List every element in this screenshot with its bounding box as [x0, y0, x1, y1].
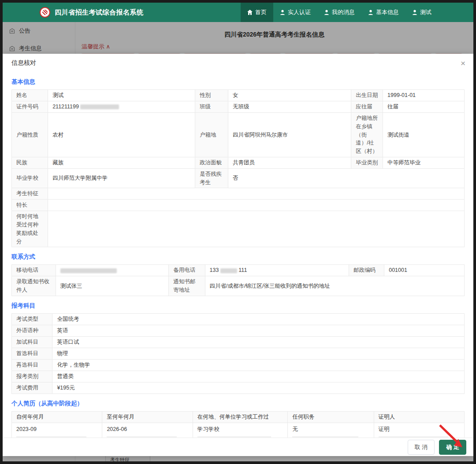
resume-cell: 学习学校: [197, 424, 271, 437]
nav-item-realname[interactable]: 实人认证: [273, 3, 317, 22]
confirm-button[interactable]: 确 定: [439, 440, 466, 455]
table-row: 考试费用¥195元: [12, 382, 465, 393]
nav-item-home[interactable]: 首页: [241, 3, 273, 22]
table-row: 录取通知书收件人 测试张三 通知书邮寄地址 四川省/成都市/锦江区/张三能收到的…: [12, 276, 465, 296]
table-row: 特长: [12, 200, 465, 211]
app-logo-icon: [40, 7, 50, 18]
section-heading-contact: 联系方式: [11, 253, 465, 261]
contact-table: 移动电话 备用电话 133 111 邮政编码 001001 录取通知书收件人 测…: [11, 264, 465, 296]
app-header: 四川省招生考试综合报名系统 首页 实人认证 我的消息 基本信息 测试: [3, 3, 473, 22]
home-icon: [247, 10, 253, 15]
user-icon: [280, 10, 285, 15]
brand: 四川省招生考试综合报名系统: [40, 7, 144, 18]
redacted-mobile: [60, 268, 117, 273]
subjects-table: 考试类型全国统考 外语语种英语 加试科目英语口试 首选科目物理 再选科目化学，生…: [11, 313, 465, 394]
main-nav: 首页 实人认证 我的消息 基本信息 测试: [241, 3, 438, 22]
resume-cell: 2026-06: [107, 424, 177, 437]
basic-info-table: 姓名测试 性别女 出生日期1999-01-01 证件号码 211211199 班…: [11, 89, 465, 247]
resume-table: 自何年何月 至何年何月 在何地、何单位学习或工作过 任何职务 证明人 2023-…: [11, 411, 465, 438]
table-row: 何时何地受过何种奖励或处分: [12, 211, 465, 247]
cancel-button[interactable]: 取 消: [408, 440, 435, 455]
table-row: 民族藏族 政治面貌共青团员 毕业类别中等师范毕业: [12, 157, 465, 168]
table-row: 移动电话 备用电话 133 111 邮政编码 001001: [12, 265, 465, 276]
user-icon: [368, 10, 373, 15]
app-title: 四川省招生考试综合报名系统: [55, 8, 144, 17]
close-icon[interactable]: ×: [461, 59, 465, 67]
table-row: 外语语种英语: [12, 325, 465, 336]
table-row: 报考类别普通类: [12, 371, 465, 382]
section-heading-basic: 基本信息: [11, 78, 465, 86]
nav-item-basic-info[interactable]: 基本信息: [361, 3, 405, 22]
table-row: 考试类型全国统考: [12, 313, 465, 325]
user-icon: [412, 10, 417, 15]
table-row: 证件号码 211211199 班级无班级 应往届往届: [12, 101, 465, 113]
table-row: 首选科目物理: [12, 348, 465, 359]
table-row: 考生特征: [12, 188, 465, 200]
table-header-row: 自何年何月 至何年何月 在何地、何单位学习或工作过 任何职务 证明人: [12, 411, 465, 423]
modal-footer: 取 消 确 定: [3, 438, 473, 456]
table-row: 加试科目英语口试: [12, 336, 465, 348]
resume-cell: 证明: [379, 424, 449, 437]
table-row: 姓名测试 性别女 出生日期1999-01-01: [12, 90, 465, 101]
modal-body: 基本信息 姓名测试 性别女 出生日期1999-01-01 证件号码 211211…: [3, 72, 473, 438]
redacted-id: [80, 104, 119, 109]
nav-item-test[interactable]: 测试: [405, 3, 438, 22]
table-row: 户籍性质农村 户籍地四川省阿坝州马尔康市 户籍地所在乡镇（街道）/社区（村）测试…: [12, 113, 465, 157]
modal-header: 信息核对 ×: [3, 54, 473, 72]
resume-cell: 无: [292, 424, 358, 437]
section-heading-subjects: 报考科目: [11, 302, 465, 310]
modal-title: 信息核对: [11, 59, 36, 67]
redacted-backup: [220, 268, 237, 273]
nav-item-messages[interactable]: 我的消息: [317, 3, 361, 22]
screen: 四川省招生考试综合报名系统 首页 实人认证 我的消息 基本信息 测试: [0, 0, 476, 464]
section-heading-resume: 个人简历（从高中阶段起）: [11, 400, 465, 408]
user-icon: [324, 10, 329, 15]
info-check-modal: 信息核对 × 基本信息 姓名测试 性别女 出生日期1999-01-01 证件号码…: [3, 54, 473, 456]
table-row: 再选科目化学，生物学: [12, 359, 465, 371]
table-row: 2023-09 2026-06 学习学校 无 证明: [12, 423, 465, 438]
resume-cell: 2023-09: [16, 424, 86, 437]
table-row: 毕业学校四川师范大学附属中学 是否残疾考生否: [12, 168, 465, 188]
